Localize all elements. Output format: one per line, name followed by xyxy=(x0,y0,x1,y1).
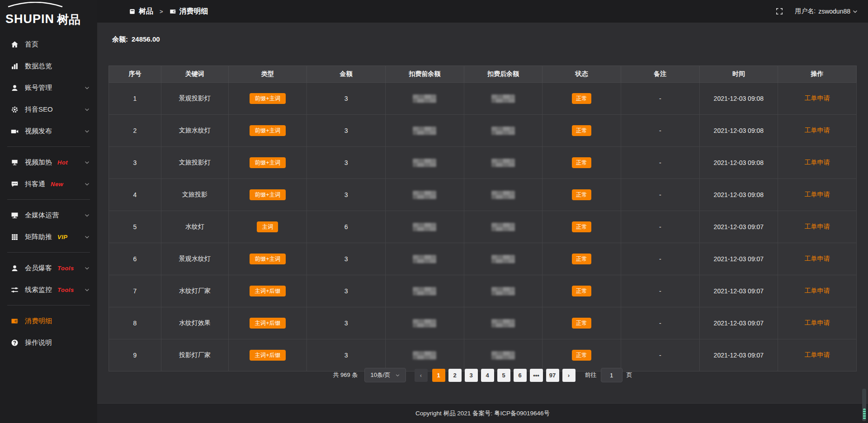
keyword-text: 文旅投影 xyxy=(182,191,208,198)
pre-cell xyxy=(385,339,464,371)
status-cell: 正常 xyxy=(542,115,621,147)
redacted-balance-before xyxy=(413,159,436,167)
question-circle-icon xyxy=(11,339,19,347)
page-button-5[interactable]: 5 xyxy=(497,369,510,382)
index-cell: 8 xyxy=(109,307,161,339)
work-order-link[interactable]: 工单申请 xyxy=(805,159,830,166)
amount-cell: 3 xyxy=(307,307,386,339)
pre-cell xyxy=(385,147,464,179)
remark-cell: - xyxy=(621,339,699,371)
work-order-link[interactable]: 工单申请 xyxy=(805,127,830,134)
page-button-3[interactable]: 3 xyxy=(465,369,478,382)
sidebar-item-member-baoke[interactable]: 会员爆客Tools xyxy=(0,257,97,279)
menu-divider xyxy=(7,146,90,147)
balance-value: 24856.00 xyxy=(132,35,160,43)
next-page-button[interactable]: › xyxy=(562,369,576,382)
status-cell: 正常 xyxy=(542,243,621,275)
pre-cell xyxy=(385,275,464,307)
goto-page-input[interactable] xyxy=(601,368,623,382)
action-cell: 工单申请 xyxy=(778,211,857,243)
breadcrumb-root[interactable]: 树品 xyxy=(139,7,153,16)
table-row: 8水纹灯效果主词+后缀3正常-2021-12-03 09:07工单申请 xyxy=(109,307,857,339)
sidebar-item-consumption-detail[interactable]: 消费明细 xyxy=(0,310,97,332)
action-cell: 工单申请 xyxy=(778,275,857,307)
index-cell: 5 xyxy=(109,211,161,243)
sidebar-item-operation-guide[interactable]: 操作说明 xyxy=(0,332,97,353)
work-order-link[interactable]: 工单申请 xyxy=(805,94,830,102)
remark-cell: - xyxy=(621,179,699,211)
index-cell: 4 xyxy=(109,179,161,211)
index-cell: 9 xyxy=(109,339,161,371)
status-cell: 正常 xyxy=(542,211,621,243)
prev-page-button[interactable]: ‹ xyxy=(415,369,428,382)
page-button-6[interactable]: 6 xyxy=(514,369,527,382)
status-badge: 正常 xyxy=(572,350,591,361)
chevron-down-icon xyxy=(84,265,90,271)
username-value[interactable]: zswodun88 xyxy=(818,8,850,15)
amount-text: 3 xyxy=(344,287,348,295)
action-cell: 工单申请 xyxy=(778,147,857,179)
page-button-4[interactable]: 4 xyxy=(481,369,494,382)
fullscreen-icon[interactable] xyxy=(776,8,783,15)
table-row: 6景观水纹灯前缀+主词3正常-2021-12-03 09:07工单申请 xyxy=(109,243,857,275)
scrollbar[interactable] xyxy=(862,389,866,421)
post-cell xyxy=(464,83,542,115)
keyword-text: 景观投影灯 xyxy=(179,94,211,102)
sidebar-item-account-management[interactable]: 账号管理 xyxy=(0,77,97,99)
time-cell: 2021-12-03 09:07 xyxy=(699,275,778,307)
time-cell: 2021-12-03 09:07 xyxy=(699,243,778,275)
work-order-link[interactable]: 工单申请 xyxy=(805,223,830,230)
work-order-link[interactable]: 工单申请 xyxy=(805,255,830,262)
sidebar-item-all-media-operation[interactable]: 全媒体运营 xyxy=(0,204,97,226)
work-order-link[interactable]: 工单申请 xyxy=(805,351,830,358)
balance: 余额:24856.00 xyxy=(112,35,160,44)
column-header-8: 时间 xyxy=(699,66,778,83)
chevron-down-icon xyxy=(84,287,90,293)
video-camera-icon xyxy=(11,127,19,135)
sidebar-item-video-publish[interactable]: 视频发布 xyxy=(0,120,97,142)
sidebar-item-matrix-boost[interactable]: 矩阵助推VIP xyxy=(0,226,97,248)
redacted-balance-before xyxy=(413,191,436,199)
work-order-link[interactable]: 工单申请 xyxy=(805,319,830,326)
page-button-97[interactable]: 97 xyxy=(546,369,559,382)
goto-page: 前往页 xyxy=(585,368,632,382)
page-ellipsis-button[interactable]: ••• xyxy=(530,369,543,382)
amount-text: 3 xyxy=(344,191,348,198)
remark-text: - xyxy=(659,159,661,166)
column-header-7: 备注 xyxy=(621,66,699,83)
chevron-down-icon[interactable] xyxy=(852,9,858,14)
redacted-balance-after xyxy=(491,191,515,199)
page-size-select[interactable]: 10条/页 xyxy=(364,368,406,382)
billboard-icon xyxy=(11,159,19,166)
sidebar-item-label: 视频加热 xyxy=(25,158,52,167)
pagination-total: 共 969 条 xyxy=(333,371,358,379)
status-badge: 正常 xyxy=(572,93,591,104)
sidebar-item-douketong[interactable]: 抖客通New xyxy=(0,173,97,195)
row-index: 1 xyxy=(133,95,137,102)
amount-cell: 3 xyxy=(307,147,386,179)
type-badge: 前缀+主词 xyxy=(250,189,285,201)
sidebar-item-douyin-seo[interactable]: 抖音SEO xyxy=(0,99,97,120)
keyword-cell: 水纹灯效果 xyxy=(161,307,228,339)
work-order-link[interactable]: 工单申请 xyxy=(805,191,830,198)
page-button-1[interactable]: 1 xyxy=(432,369,445,382)
sidebar-item-home[interactable]: 首页 xyxy=(0,33,97,55)
sidebar-item-video-heat[interactable]: 视频加热Hot xyxy=(0,151,97,173)
chat-bubble-icon xyxy=(11,180,19,188)
app-mini-icon xyxy=(129,8,136,15)
sidebar-item-tag: Tools xyxy=(57,265,74,272)
app-logo: SHUPIN 树品 xyxy=(0,0,97,28)
remark-text: - xyxy=(659,320,661,327)
remark-cell: - xyxy=(621,147,699,179)
work-order-link[interactable]: 工单申请 xyxy=(805,287,830,294)
remark-text: - xyxy=(659,352,661,359)
amount-text: 3 xyxy=(344,127,348,134)
amount-cell: 3 xyxy=(307,243,386,275)
sidebar-item-clue-monitor[interactable]: 线索监控Tools xyxy=(0,279,97,301)
page-button-2[interactable]: 2 xyxy=(448,369,462,382)
keyword-cell: 文旅水纹灯 xyxy=(161,115,228,147)
chevron-down-icon xyxy=(84,212,90,218)
sidebar-item-data-overview[interactable]: 数据总览 xyxy=(0,55,97,77)
remark-text: - xyxy=(659,255,661,263)
keyword-text: 水纹灯 xyxy=(185,223,204,230)
